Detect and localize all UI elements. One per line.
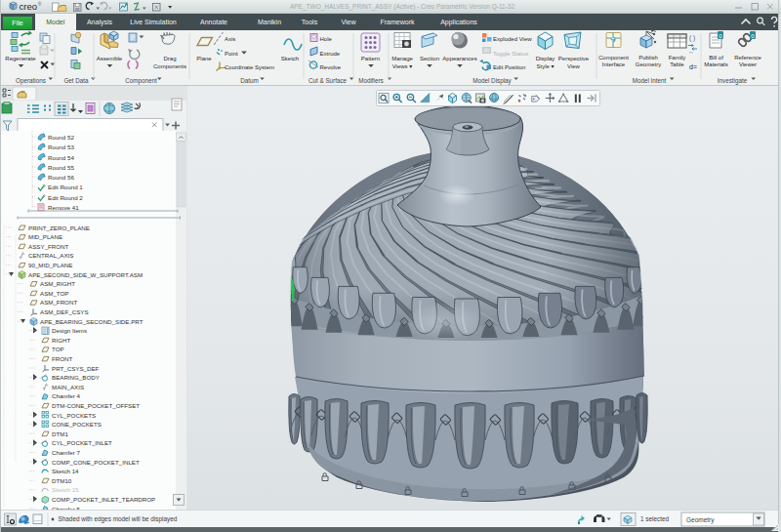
svg-text:Chamfer 7: Chamfer 7	[52, 449, 80, 456]
svg-text:View: View	[567, 63, 581, 69]
svg-text:Round 52: Round 52	[48, 134, 74, 141]
svg-text:Design Items: Design Items	[52, 327, 87, 334]
svg-text:Modifiers: Modifiers	[358, 77, 384, 84]
svg-text:Sketch 15: Sketch 15	[52, 486, 79, 493]
svg-text:Chamfer 4: Chamfer 4	[52, 392, 80, 399]
svg-text:Cut & Surface: Cut & Surface	[308, 77, 348, 84]
svg-text:DTM10: DTM10	[52, 477, 72, 484]
svg-text:Regenerate: Regenerate	[5, 56, 36, 61]
svg-text:ASM_RIGHT: ASM_RIGHT	[40, 280, 75, 287]
svg-text:APE_SECOND_SIDE_W_SUPPORT.ASM: APE_SECOND_SIDE_W_SUPPORT.ASM	[28, 271, 143, 278]
svg-text:DTM1: DTM1	[52, 430, 68, 437]
svg-text:CONE_POCKETS: CONE_POCKETS	[52, 421, 102, 428]
svg-text:PRT_CSYS_DEF: PRT_CSYS_DEF	[52, 365, 100, 372]
svg-text:Revolve: Revolve	[320, 64, 342, 70]
svg-text:( ): ( )	[689, 34, 695, 42]
svg-text:creo: creo	[20, 1, 37, 12]
svg-text:Plane: Plane	[196, 56, 212, 61]
svg-text:1 selected: 1 selected	[640, 515, 670, 522]
svg-text:CYL_POCKET_INLET: CYL_POCKET_INLET	[52, 439, 112, 446]
svg-text:Geometry: Geometry	[686, 516, 715, 524]
svg-text:CENTRAL_AXIS: CENTRAL_AXIS	[28, 252, 73, 259]
svg-text:d=: d=	[689, 63, 697, 70]
svg-text:PRINT_ZERO_PLANE: PRINT_ZERO_PLANE	[28, 225, 90, 231]
svg-text:Model Intent: Model Intent	[633, 77, 667, 84]
svg-text:Investigate: Investigate	[718, 77, 748, 85]
svg-text:MAIN_AXIS: MAIN_AXIS	[52, 384, 84, 390]
svg-text:ASSY_FRONT: ASSY_FRONT	[28, 243, 68, 250]
svg-text:Drag: Drag	[163, 56, 176, 61]
svg-text:Materials: Materials	[704, 61, 727, 67]
svg-text:Shaded with edges model will b: Shaded with edges model will be displaye…	[59, 515, 178, 523]
svg-text:90_MID_PLANE: 90_MID_PLANE	[28, 262, 72, 268]
svg-text:Pattern: Pattern	[361, 56, 380, 61]
svg-text:Sketch: Sketch	[281, 56, 299, 61]
svg-text:Perspective: Perspective	[558, 56, 590, 61]
svg-text:Manage: Manage	[391, 56, 413, 61]
svg-text:Viewer: Viewer	[739, 61, 757, 67]
svg-text:ASM_TOP: ASM_TOP	[40, 290, 68, 297]
svg-text:↔: ↔	[688, 49, 694, 55]
svg-text:TOP: TOP	[52, 346, 64, 352]
svg-text:Edit Position: Edit Position	[493, 64, 525, 70]
svg-text:MID_PLANE: MID_PLANE	[28, 233, 62, 240]
svg-text:Reference: Reference	[734, 55, 761, 61]
svg-text:APE_BEARING_SECOND_SIDE.PRT: APE_BEARING_SECOND_SIDE.PRT	[40, 318, 144, 325]
svg-text:CYL_POCKETS: CYL_POCKETS	[52, 412, 96, 419]
svg-text:Interface: Interface	[602, 61, 626, 67]
svg-text:Model Display: Model Display	[473, 77, 512, 85]
svg-text:Extrude: Extrude	[320, 51, 341, 57]
svg-text:Table: Table	[670, 61, 684, 67]
svg-text:DTM-CONE_POCKET_OFFSET: DTM-CONE_POCKET_OFFSET	[52, 402, 140, 409]
svg-text:Publish: Publish	[638, 55, 658, 61]
svg-text:Round 56: Round 56	[48, 174, 74, 181]
svg-text:Style ▾: Style ▾	[536, 63, 554, 69]
svg-text:Hole: Hole	[320, 36, 333, 42]
svg-text:Display: Display	[536, 56, 555, 61]
svg-text:COMP_CONE_POCKET_INLET: COMP_CONE_POCKET_INLET	[52, 459, 140, 466]
svg-text:Bill of: Bill of	[709, 55, 723, 61]
svg-text:Sketch 14: Sketch 14	[52, 468, 79, 474]
svg-text:Operations: Operations	[16, 77, 46, 85]
svg-text:Datum: Datum	[240, 77, 259, 84]
svg-text:Toggle Status: Toggle Status	[493, 51, 528, 57]
svg-text:BEARING_BODY: BEARING_BODY	[52, 374, 100, 381]
svg-text:Round 55: Round 55	[48, 164, 74, 171]
svg-text:RIGHT: RIGHT	[52, 337, 70, 344]
svg-text:Axis: Axis	[225, 36, 235, 42]
svg-text:Section: Section	[420, 56, 439, 61]
svg-text:Geometry: Geometry	[636, 61, 661, 67]
svg-text:Component: Component	[125, 77, 157, 85]
svg-text:Views ▾: Views ▾	[392, 63, 413, 69]
svg-text:ASM_DEF_CSYS: ASM_DEF_CSYS	[40, 308, 89, 315]
svg-text:COMP_POCKET_INLET_TEARDROP: COMP_POCKET_INLET_TEARDROP	[52, 496, 155, 503]
svg-text:Remove 41: Remove 41	[48, 204, 79, 211]
svg-text:Exploded View: Exploded View	[493, 36, 532, 42]
svg-text:Appearances: Appearances	[442, 56, 476, 61]
svg-text:Round 53: Round 53	[48, 143, 74, 150]
svg-text:Assemble: Assemble	[97, 56, 123, 61]
svg-text:Components: Components	[153, 63, 186, 69]
svg-text:Edit Round 2: Edit Round 2	[48, 194, 83, 201]
svg-text:Family: Family	[669, 55, 686, 61]
svg-text:FRONT: FRONT	[52, 355, 73, 362]
svg-text:Round 54: Round 54	[48, 154, 74, 161]
svg-text:APE_TWO_HALVES_PRINT_ASSY (Act: APE_TWO_HALVES_PRINT_ASSY (Active) - Cre…	[290, 3, 514, 11]
svg-text:Edit Round 1: Edit Round 1	[48, 184, 83, 190]
svg-text:Get Data: Get Data	[63, 77, 89, 84]
svg-text:®: ®	[38, 1, 42, 7]
svg-text:Point: Point	[225, 51, 238, 57]
svg-text:ASM_FRONT: ASM_FRONT	[40, 299, 77, 306]
svg-text:Component: Component	[598, 55, 629, 61]
svg-text:Coordinate System: Coordinate System	[225, 64, 274, 70]
